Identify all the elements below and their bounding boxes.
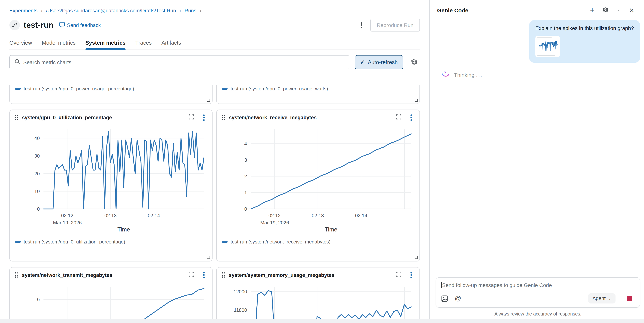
expand-chart-button[interactable] xyxy=(396,114,402,121)
svg-text:40: 40 xyxy=(34,135,40,141)
genie-overflow-menu-button[interactable] xyxy=(615,7,622,14)
svg-text:6: 6 xyxy=(37,296,40,302)
svg-text:20: 20 xyxy=(34,171,40,176)
drag-handle[interactable] xyxy=(15,115,18,120)
tab-model-metrics[interactable]: Model metrics xyxy=(42,38,76,50)
genie-input-placeholder: Send follow-up messages to guide Genie C… xyxy=(442,282,552,288)
auto-refresh-toggle[interactable]: ✓ Auto-refresh xyxy=(354,55,403,69)
breadcrumb-experiment-path[interactable]: /Users/tejas.sundaresan@databricks.com/D… xyxy=(46,8,176,13)
genie-chat-area: Explain the spikes in this utilization g… xyxy=(430,17,644,277)
genie-panel-title: Genie Code xyxy=(437,7,468,13)
chart-menu-button[interactable] xyxy=(408,112,414,123)
agent-mode-select[interactable]: Agent ⌄ xyxy=(588,293,616,303)
run-tabs: OverviewModel metricsSystem metricsTrace… xyxy=(9,38,420,50)
send-feedback-link[interactable]: Send feedback xyxy=(59,22,101,29)
chart-legend[interactable]: test-run (system/network_receive_megabyt… xyxy=(217,239,420,245)
breadcrumb-experiments[interactable]: Experiments xyxy=(9,8,38,13)
resize-handle[interactable] xyxy=(414,99,418,102)
breadcrumb-separator: › xyxy=(179,8,181,14)
chart-title: system/network_transmit_megabytes xyxy=(22,272,112,278)
chart-title: system/gpu_0_utilization_percentage xyxy=(22,115,112,120)
svg-text:02:12: 02:12 xyxy=(268,213,280,218)
expand-chart-button[interactable] xyxy=(188,271,194,278)
run-icon xyxy=(9,20,20,30)
mention-button[interactable]: @ xyxy=(455,295,461,302)
run-detail-page: Experiments › /Users/tejas.sundaresan@da… xyxy=(0,0,429,319)
resize-handle[interactable] xyxy=(207,256,210,259)
legend-label: test-run (system/network_receive_megabyt… xyxy=(230,239,330,245)
thinking-dots: ... xyxy=(476,72,483,78)
drag-handle[interactable] xyxy=(222,272,225,278)
chart-legend[interactable]: test-run (system/gpu_0_power_usage_watts… xyxy=(217,87,420,92)
svg-text:02:13: 02:13 xyxy=(312,213,324,218)
close-panel-button[interactable]: ✕ xyxy=(628,7,635,14)
attach-image-button[interactable] xyxy=(441,295,448,302)
stop-generation-button[interactable] xyxy=(627,296,632,301)
auto-refresh-label: Auto-refresh xyxy=(368,59,398,65)
fullscreen-icon xyxy=(188,114,194,120)
image-icon xyxy=(441,295,448,302)
chart-legend[interactable]: test-run (system/gpu_0_utilization_perce… xyxy=(10,239,212,245)
genie-input-field[interactable]: Send follow-up messages to guide Genie C… xyxy=(441,282,635,288)
genie-settings-button[interactable] xyxy=(602,7,609,14)
chart-settings-button[interactable] xyxy=(408,57,420,68)
window-bottom-edge xyxy=(0,319,644,323)
text-caret xyxy=(441,282,442,288)
resize-handle[interactable] xyxy=(207,99,210,102)
svg-text:11800: 11800 xyxy=(234,307,247,313)
legend-label: test-run (system/gpu_0_power_usage_watts… xyxy=(230,87,328,92)
metric-search-box[interactable] xyxy=(9,55,349,69)
legend-swatch xyxy=(15,88,20,90)
svg-text:12000: 12000 xyxy=(233,289,247,294)
expand-chart-button[interactable] xyxy=(396,271,402,278)
drag-handle[interactable] xyxy=(15,272,18,278)
svg-text:02:14: 02:14 xyxy=(355,213,367,218)
svg-text:4: 4 xyxy=(244,141,247,147)
chart-menu-button[interactable] xyxy=(201,269,207,280)
tab-artifacts[interactable]: Artifacts xyxy=(161,38,181,50)
legend-label: test-run (system/gpu_0_utilization_perce… xyxy=(24,239,125,245)
breadcrumb-runs[interactable]: Runs xyxy=(184,8,196,13)
metric-charts-grid: test-run (system/gpu_0_power_usage_perce… xyxy=(9,85,420,319)
send-feedback-label: Send feedback xyxy=(67,22,101,28)
chart-legend[interactable]: test-run (system/gpu_0_power_usage_perce… xyxy=(10,87,212,92)
metric-chart-card: system/system_memory_usage_megabytes 120… xyxy=(216,267,420,319)
gear-icon xyxy=(602,7,608,13)
chart-menu-button[interactable] xyxy=(408,269,414,280)
tab-system-metrics[interactable]: System metrics xyxy=(85,38,126,50)
reproduce-run-button[interactable]: Reproduce Run xyxy=(370,19,420,32)
chart-menu-button[interactable] xyxy=(201,112,207,123)
metric-chart-card: test-run (system/gpu_0_power_usage_perce… xyxy=(9,85,212,104)
genie-input-box[interactable]: Send follow-up messages to guide Genie C… xyxy=(436,277,640,308)
new-chat-button[interactable]: + xyxy=(589,7,596,14)
tab-overview[interactable]: Overview xyxy=(9,38,32,50)
thinking-status-row: Thinking ... xyxy=(437,71,640,79)
svg-text:2: 2 xyxy=(244,173,247,179)
svg-text:02:14: 02:14 xyxy=(148,213,160,218)
check-icon: ✓ xyxy=(360,59,365,66)
breadcrumb-separator: › xyxy=(41,8,42,14)
chart-title: system/network_receive_megabytes xyxy=(229,115,316,120)
svg-text:30: 30 xyxy=(34,153,40,159)
fullscreen-icon xyxy=(396,114,402,120)
attached-chart-thumbnail[interactable] xyxy=(535,36,560,57)
app-window: Experiments › /Users/tejas.sundaresan@da… xyxy=(0,0,644,323)
svg-text:10: 10 xyxy=(34,188,40,194)
chart-plot: 01020304002:1202:1302:14Mar 19, 2026Time xyxy=(14,122,208,234)
agent-mode-label: Agent xyxy=(592,296,606,301)
accuracy-disclaimer: Always review the accuracy of responses. xyxy=(436,308,640,319)
genie-lamp-icon xyxy=(442,71,450,79)
svg-text:02:12: 02:12 xyxy=(61,213,73,218)
drag-handle[interactable] xyxy=(222,115,225,120)
resize-handle[interactable] xyxy=(414,256,418,259)
chart-plot: 0123402:1202:1302:14Mar 19, 2026Time xyxy=(221,122,415,234)
tab-traces[interactable]: Traces xyxy=(135,38,152,50)
search-input[interactable] xyxy=(23,59,344,65)
svg-text:3: 3 xyxy=(244,157,247,163)
legend-swatch xyxy=(15,241,20,243)
run-overflow-menu-button[interactable] xyxy=(358,20,364,30)
svg-text:Mar 19, 2026: Mar 19, 2026 xyxy=(53,220,82,225)
expand-chart-button[interactable] xyxy=(188,114,194,121)
metric-chart-card: test-run (system/gpu_0_power_usage_watts… xyxy=(216,85,420,104)
user-message-bubble: Explain the spikes in this utilization g… xyxy=(529,20,640,63)
